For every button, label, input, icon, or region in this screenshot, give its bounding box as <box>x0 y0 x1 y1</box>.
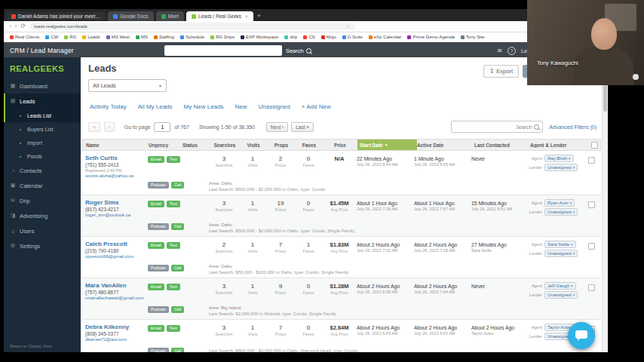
lender-select[interactable]: Unassigned ▾ <box>544 208 578 216</box>
column-header-start-date[interactable]: Start Date ▼ <box>357 140 417 150</box>
refresh-icon[interactable]: ⟳ <box>20 23 26 29</box>
email-action-badge[interactable]: Email <box>148 156 164 163</box>
call-action-badge[interactable]: Call <box>171 348 184 352</box>
lead-view-tab[interactable]: Unassigned <box>259 103 290 110</box>
lead-view-tab[interactable]: New <box>235 103 247 110</box>
new-tab-button[interactable]: + <box>257 12 261 20</box>
agent-select[interactable]: Sara Neille ▾ <box>544 241 576 248</box>
column-header-price[interactable]: Price <box>323 143 357 148</box>
column-header-visits[interactable]: Visits <box>240 143 267 148</box>
lead-view-tab[interactable]: All My Leads <box>138 103 173 110</box>
lead-row-checkbox[interactable] <box>588 243 595 250</box>
chat-widget-button[interactable] <box>568 322 595 349</box>
sidebar-item[interactable]: ◔ Contacts <box>4 163 81 178</box>
lead-search-input[interactable] <box>453 122 517 131</box>
lead-name-link[interactable]: Debra Kilkenny <box>85 324 144 330</box>
column-header-props[interactable]: Props <box>267 143 296 148</box>
bookmark-item[interactable]: drip <box>284 35 297 39</box>
column-header-active-date[interactable]: Active Date <box>417 143 474 148</box>
tab-close-icon[interactable]: × <box>245 14 248 19</box>
sidebar-item[interactable]: ▦ Dashboard <box>4 78 81 94</box>
export-button[interactable]: ↧ Export <box>483 65 519 78</box>
first-page-button[interactable]: « <box>88 122 100 132</box>
sidebar-item[interactable]: • Ponds <box>4 149 81 163</box>
call-action-badge[interactable]: Call <box>171 306 184 313</box>
bookmark-item[interactable]: Staffing <box>154 35 174 39</box>
column-header-faves[interactable]: Faves <box>296 143 323 148</box>
text-action-badge[interactable]: Text <box>167 201 180 207</box>
lender-select[interactable]: Unassigned ▾ <box>544 250 578 257</box>
lead-name-link[interactable]: Seth Curtis <box>85 155 144 161</box>
bookmark-star-icon[interactable]: ☆ <box>346 23 351 29</box>
podcast-tag-badge[interactable]: Podcast <box>148 348 169 352</box>
lead-email-link[interactable]: dkarnes72@aol.com <box>85 337 144 342</box>
last-page-button[interactable]: Last » <box>291 122 314 132</box>
back-icon[interactable]: ‹ <box>9 23 11 29</box>
bookmark-item[interactable]: CW <box>45 35 58 39</box>
classic-view-link[interactable]: Return to Classic View <box>10 344 51 348</box>
lead-row-checkbox[interactable] <box>588 201 595 208</box>
bookmark-item[interactable]: EXP Workspace <box>241 35 278 39</box>
podcast-tag-badge[interactable]: Podcast <box>148 182 169 189</box>
sidebar-item[interactable]: • Import <box>4 136 81 149</box>
page-scrollbar[interactable] <box>602 59 608 351</box>
bookmark-item[interactable]: Prime Demo Agenda <box>407 35 454 39</box>
agent-select[interactable]: Jeff Gaugh ▾ <box>544 282 576 290</box>
column-header-name[interactable]: Name <box>83 141 146 149</box>
lender-select[interactable]: Unassigned ▾ <box>544 164 578 171</box>
call-action-badge[interactable]: Call <box>171 265 184 272</box>
column-header-urgency[interactable]: Urgency <box>146 143 182 148</box>
select-all-checkbox[interactable] <box>591 142 598 149</box>
lead-name-link[interactable]: Mara VanAllen <box>85 282 144 289</box>
bookmark-item[interactable]: Real Clients <box>10 35 39 39</box>
lead-search-button[interactable]: Search <box>515 124 542 130</box>
agent-select[interactable]: Ryan Acer ▾ <box>544 199 575 207</box>
browser-tab[interactable]: Google Docs × <box>108 11 154 21</box>
bookmark-item[interactable]: Leads <box>82 35 100 39</box>
sidebar-item[interactable]: ⚙ Settings <box>4 238 81 253</box>
bookmark-item[interactable]: CS <box>303 35 314 39</box>
lead-view-tab[interactable]: Activity Today <box>90 103 127 110</box>
column-header-status[interactable]: Status <box>182 143 210 148</box>
call-action-badge[interactable]: Call <box>171 223 184 230</box>
sidebar-item[interactable]: ▤ Leads <box>4 94 81 109</box>
lead-email-link[interactable]: roger_sim@outlook.ca <box>85 213 144 217</box>
address-bar[interactable]: leads.realgeeks.com/leads ☆ <box>29 23 355 30</box>
lead-email-link[interactable]: mvanallenhawaii@gmail.com <box>85 296 144 300</box>
browser-tab[interactable]: Leads | Real Geeks × <box>186 11 253 21</box>
help-icon[interactable]: ? <box>508 47 516 55</box>
bookmark-item[interactable]: RG <box>64 35 76 39</box>
podcast-tag-badge[interactable]: Podcast <box>148 265 169 272</box>
podcast-tag-badge[interactable]: Podcast <box>148 306 169 313</box>
mail-icon[interactable]: ✉ <box>497 48 502 54</box>
lead-email-link[interactable]: scurtis.aloha@yahoo.ca <box>85 173 144 178</box>
email-action-badge[interactable]: Email <box>148 242 164 249</box>
lead-list-filter-select[interactable]: All Leads ▼ <box>88 79 167 92</box>
lender-select[interactable]: Unassigned ▾ <box>544 291 578 299</box>
lead-row-checkbox[interactable] <box>588 284 595 291</box>
lead-name-link[interactable]: Caleb Prescott <box>85 241 144 247</box>
prev-page-button[interactable]: ‹ <box>104 122 115 132</box>
sidebar-item[interactable]: ▣ Calendar <box>4 178 81 193</box>
lead-view-tab[interactable]: + Add New <box>302 103 331 110</box>
browser-tab[interactable]: Meet × <box>156 11 184 21</box>
column-header-agent-lender[interactable]: Agent & Lender <box>530 143 589 148</box>
sidebar-item[interactable]: • Buyers List <box>4 122 81 136</box>
sidebar-item[interactable]: ☺ Users <box>4 223 81 238</box>
text-action-badge[interactable]: Text <box>167 242 180 249</box>
sidebar-item[interactable]: ◨ Advertising <box>4 208 81 223</box>
sidebar-item[interactable]: • Leads List <box>4 109 81 122</box>
bookmark-item[interactable]: G Suite <box>342 35 363 39</box>
call-action-badge[interactable]: Call <box>171 182 184 189</box>
global-search-input[interactable] <box>164 45 282 56</box>
bookmark-item[interactable]: MS <box>136 35 148 39</box>
column-header-searches[interactable]: Searches <box>210 143 240 148</box>
email-action-badge[interactable]: Email <box>148 201 164 207</box>
next-page-button[interactable]: Next › <box>266 122 288 132</box>
lead-email-link[interactable]: cprescott99@gmail.com <box>85 254 144 259</box>
column-header-last-contacted[interactable]: Last Contacted <box>474 143 530 148</box>
bookmark-item[interactable]: Tony Site <box>461 35 485 39</box>
global-search-button[interactable]: Search <box>286 48 311 54</box>
bookmark-item[interactable]: MS West <box>106 35 130 39</box>
sidebar-item[interactable]: ✉ Drip <box>4 193 81 208</box>
